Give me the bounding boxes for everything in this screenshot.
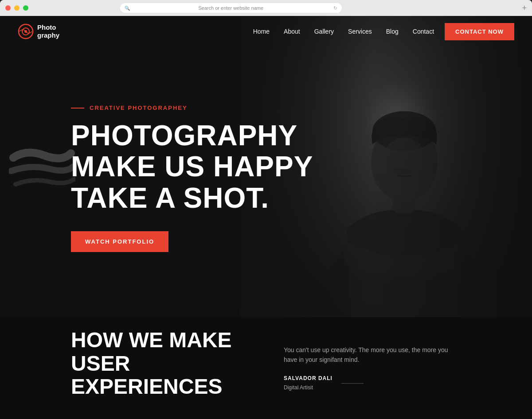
maximize-button[interactable] [23,5,28,11]
nav-home[interactable]: Home [253,28,270,35]
bottom-left: HOW WE MAKE USER EXPERIENCES [71,329,248,399]
nav-contact[interactable]: Contact [413,28,434,35]
new-tab-button[interactable]: + [522,4,527,12]
hero-title: PHOTOGRAPHY MAKE US HAPPY TAKE A SHOT. [71,120,313,213]
search-icon: 🔍 [125,6,130,11]
address-bar[interactable]: 🔍 Search or enter website name ↻ [120,3,342,13]
hero-title-line2: MAKE US HAPPY [71,151,313,182]
nav-gallery[interactable]: Gallery [314,28,334,35]
bottom-title: HOW WE MAKE USER EXPERIENCES [71,329,248,399]
close-button[interactable] [5,5,11,11]
nav-links: Home About Gallery Services Blog Contact [253,28,434,35]
minimize-button[interactable] [14,5,20,11]
nav-about[interactable]: About [284,28,300,35]
hero-title-line1: PHOTOGRAPHY [71,120,297,151]
hero-title-line3: TAKE A SHOT. [71,182,269,214]
browser-chrome: 🔍 Search or enter website name ↻ + [0,0,532,16]
nav-blog[interactable]: Blog [386,28,399,35]
reload-icon[interactable]: ↻ [333,5,337,11]
navbar: Photo graphy Home About Gallery Services… [0,16,532,47]
bottom-right: You can't use up creativity. The more yo… [284,336,461,392]
nav-services[interactable]: Services [348,28,372,35]
website-content: Photo graphy Home About Gallery Services… [0,16,532,419]
bottom-title-line1: HOW WE MAKE [71,328,232,352]
subtitle-text: CREATIVE PHOTOGRAPHEY [90,105,188,111]
author-divider [341,383,364,384]
bottom-author: SALVADOR DALI Digital Artisit [284,375,461,391]
hero-content: CREATIVE PHOTOGRAPHEY PHOTOGRAPHY MAKE U… [71,105,313,252]
bottom-title-line2: USER EXPERIENCES [71,352,222,399]
author-name: SALVADOR DALI [284,375,332,381]
subtitle-line [71,108,84,109]
bottom-section: HOW WE MAKE USER EXPERIENCES You can't u… [0,308,532,419]
brush-strokes-decoration [9,144,75,198]
logo-text: Photo graphy [37,23,59,39]
address-text: Search or enter website name [133,5,329,11]
hero-subtitle: CREATIVE PHOTOGRAPHEY [71,105,313,111]
hero-section: Photo graphy Home About Gallery Services… [0,16,532,317]
bottom-quote: You can't use up creativity. The more yo… [284,345,461,365]
contact-now-button[interactable]: CONTACT NOW [445,23,514,40]
logo[interactable]: Photo graphy [18,23,59,39]
author-title: Digital Artisit [284,384,313,391]
logo-icon [18,23,34,39]
watch-portfolio-button[interactable]: WATCH PORTFOLIO [71,231,168,252]
author-info: SALVADOR DALI Digital Artisit [284,375,332,391]
